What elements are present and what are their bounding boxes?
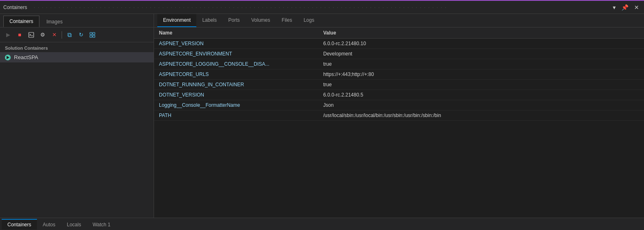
- toolbar-separator: [62, 31, 62, 39]
- env-value: true: [323, 82, 639, 87]
- svg-rect-3: [93, 32, 95, 34]
- table-row[interactable]: ASPNET_VERSION 6.0.0-rc.2.21480.10: [154, 39, 644, 49]
- panel-title: Containers: [3, 5, 27, 10]
- container-item[interactable]: ReactSPA: [0, 52, 154, 62]
- title-bar: Containers · · · · · · · · · · · · · · ·…: [0, 1, 644, 14]
- env-value: 6.0.0-rc.2.21480.10: [323, 41, 639, 46]
- table-row[interactable]: DOTNET_VERSION 6.0.0-rc.2.21480.5: [154, 90, 644, 100]
- env-name: DOTNET_VERSION: [159, 92, 323, 98]
- table-row[interactable]: Logging__Console__FormatterName Json: [154, 100, 644, 110]
- bottom-tab-containers[interactable]: Containers: [2, 219, 37, 230]
- copy-button[interactable]: ⧉: [64, 30, 74, 40]
- tab-ports[interactable]: Ports: [223, 14, 246, 27]
- title-bar-left: Containers · · · · · · · · · · · · · · ·…: [3, 5, 447, 10]
- env-value: Development: [323, 51, 639, 57]
- toolbar: ▶ ■ ⚙ ✕ ⧉ ↻: [0, 28, 154, 42]
- table-row[interactable]: PATH /usr/local/sbin:/usr/local/bin:/usr…: [154, 110, 644, 121]
- env-name: ASPNET_VERSION: [159, 41, 323, 46]
- right-panel: Environment Labels Ports Volumes Files L…: [154, 14, 644, 218]
- left-tabs: Containers Images: [0, 14, 154, 28]
- right-tabs: Environment Labels Ports Volumes Files L…: [154, 14, 644, 28]
- bottom-tab-locals[interactable]: Locals: [61, 219, 87, 230]
- delete-button[interactable]: ✕: [49, 30, 59, 40]
- svg-rect-5: [93, 35, 95, 37]
- pin-button[interactable]: 📌: [620, 4, 630, 11]
- main-area: Containers Images ▶ ■ ⚙ ✕ ⧉ ↻: [0, 14, 644, 218]
- tab-volumes[interactable]: Volumes: [246, 14, 276, 27]
- env-value: https://+:443;http://+:80: [323, 71, 639, 77]
- table-header: Name Value: [154, 28, 644, 39]
- table-row[interactable]: DOTNET_RUNNING_IN_CONTAINER true: [154, 80, 644, 90]
- title-bar-actions: ▾ 📌 ✕: [611, 4, 641, 11]
- svg-rect-2: [90, 32, 92, 34]
- container-name: ReactSPA: [14, 54, 38, 60]
- env-table: ASPNET_VERSION 6.0.0-rc.2.21480.10 ASPNE…: [154, 39, 644, 218]
- tab-images[interactable]: Images: [40, 16, 69, 27]
- panel-container: Containers · · · · · · · · · · · · · · ·…: [0, 0, 644, 230]
- env-value: /usr/local/sbin:/usr/local/bin:/usr/sbin…: [323, 113, 639, 118]
- env-name: ASPNETCORE_URLS: [159, 71, 323, 77]
- refresh-button[interactable]: ↻: [76, 30, 86, 40]
- env-name: ASPNETCORE_ENVIRONMENT: [159, 51, 323, 57]
- tab-files[interactable]: Files: [276, 14, 298, 27]
- tab-labels[interactable]: Labels: [196, 14, 222, 27]
- env-value: true: [323, 61, 639, 67]
- settings-button[interactable]: ⚙: [38, 30, 48, 40]
- tab-environment[interactable]: Environment: [157, 14, 196, 27]
- table-row[interactable]: ASPNETCORE_ENVIRONMENT Development: [154, 49, 644, 59]
- env-value: Json: [323, 102, 639, 108]
- stop-button[interactable]: ■: [15, 30, 25, 40]
- pull-icon: [90, 32, 95, 38]
- running-indicator: [5, 55, 11, 60]
- env-name: Logging__Console__FormatterName: [159, 102, 323, 108]
- svg-rect-4: [90, 35, 92, 37]
- close-button[interactable]: ✕: [632, 4, 641, 11]
- terminal-icon: [28, 32, 34, 38]
- env-name: DOTNET_RUNNING_IN_CONTAINER: [159, 82, 323, 87]
- collapse-button[interactable]: ▾: [611, 4, 617, 11]
- pull-button[interactable]: [87, 30, 97, 40]
- table-row[interactable]: ASPNETCORE_URLS https://+:443;http://+:8…: [154, 69, 644, 80]
- tab-containers[interactable]: Containers: [3, 16, 39, 27]
- terminal-button[interactable]: [26, 30, 36, 40]
- start-button[interactable]: ▶: [3, 30, 13, 40]
- bottom-tab-watch1[interactable]: Watch 1: [87, 219, 116, 230]
- header-value: Value: [323, 30, 639, 36]
- header-name: Name: [159, 30, 323, 36]
- env-name: ASPNETCORE_LOGGING__CONSOLE__DISA...: [159, 61, 323, 67]
- env-value: 6.0.0-rc.2.21480.5: [323, 92, 639, 98]
- tab-logs[interactable]: Logs: [298, 14, 320, 27]
- bottom-tabs: Containers Autos Locals Watch 1: [0, 218, 644, 230]
- left-panel: Containers Images ▶ ■ ⚙ ✕ ⧉ ↻: [0, 14, 154, 218]
- title-dots: · · · · · · · · · · · · · · · · · · · · …: [34, 5, 447, 10]
- bottom-tab-autos[interactable]: Autos: [37, 219, 61, 230]
- section-header: Solution Containers: [0, 42, 154, 52]
- env-name: PATH: [159, 113, 323, 118]
- table-row[interactable]: ASPNETCORE_LOGGING__CONSOLE__DISA... tru…: [154, 59, 644, 69]
